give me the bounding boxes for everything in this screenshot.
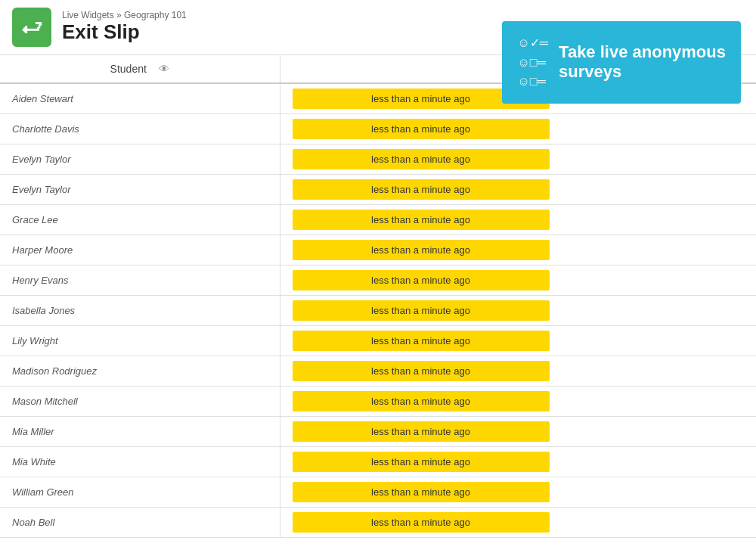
student-table-container: Student 👁 Las Aiden Stewartless than a m…	[0, 55, 756, 538]
logo-icon: ⮐	[21, 15, 42, 40]
student-status-cell: less than a minute ago	[280, 205, 756, 235]
status-badge: less than a minute ago	[293, 331, 550, 351]
status-badge: less than a minute ago	[293, 421, 550, 442]
student-status-cell: less than a minute ago	[280, 175, 756, 205]
table-row: Henry Evansless than a minute ago	[0, 266, 756, 296]
header-text: Live Widgets » Geography 101 Exit Slip	[62, 10, 187, 44]
student-status-cell: less than a minute ago	[280, 144, 756, 175]
student-status-cell: less than a minute ago	[280, 326, 756, 356]
tooltip-popup: ☺✓═ ☺□═ ☺□═ Take live anonymoussurveys	[502, 21, 741, 104]
table-row: Evelyn Taylorless than a minute ago	[0, 175, 756, 205]
student-name: Mia Miller	[0, 417, 280, 447]
status-badge: less than a minute ago	[293, 119, 550, 139]
student-status-cell: less than a minute ago	[280, 508, 756, 538]
table-row: Grace Leeless than a minute ago	[0, 205, 756, 235]
student-name: Evelyn Taylor	[0, 175, 280, 205]
table-row: Madison Rodriguezless than a minute ago	[0, 356, 756, 387]
student-table: Student 👁 Las Aiden Stewartless than a m…	[0, 55, 756, 538]
student-status-cell: less than a minute ago	[280, 387, 756, 417]
student-status-cell: less than a minute ago	[280, 417, 756, 447]
app-header: ⮐ Live Widgets » Geography 101 Exit Slip…	[0, 0, 756, 55]
breadcrumb: Live Widgets » Geography 101	[62, 10, 187, 20]
visibility-icon[interactable]: 👁	[159, 63, 169, 75]
tooltip-icon-1: ☺✓═	[517, 33, 548, 53]
student-name: Madison Rodriguez	[0, 356, 280, 387]
status-badge: less than a minute ago	[293, 149, 550, 169]
table-row: Lily Wrightless than a minute ago	[0, 326, 756, 356]
table-row: Mason Mitchellless than a minute ago	[0, 387, 756, 417]
student-name: Grace Lee	[0, 205, 280, 235]
app-logo: ⮐	[12, 8, 51, 47]
status-badge: less than a minute ago	[293, 391, 550, 412]
student-name: Lily Wright	[0, 326, 280, 356]
tooltip-icon-3: ☺□═	[517, 72, 548, 92]
table-row: Mia Whiteless than a minute ago	[0, 447, 756, 477]
page-title: Exit Slip	[62, 20, 187, 44]
status-badge: less than a minute ago	[293, 179, 550, 200]
table-row: Harper Mooreless than a minute ago	[0, 235, 756, 266]
status-badge: less than a minute ago	[293, 210, 550, 230]
student-name: Mason Mitchell	[0, 387, 280, 417]
status-badge: less than a minute ago	[293, 361, 550, 381]
tooltip-icon-2: ☺□═	[517, 53, 548, 73]
status-badge: less than a minute ago	[293, 300, 550, 321]
student-name: William Green	[0, 477, 280, 508]
student-name: Mia White	[0, 447, 280, 477]
student-name: Charlotte Davis	[0, 114, 280, 144]
student-status-cell: less than a minute ago	[280, 114, 756, 144]
table-row: Mia Millerless than a minute ago	[0, 417, 756, 447]
student-name: Harper Moore	[0, 235, 280, 266]
status-badge: less than a minute ago	[293, 270, 550, 290]
student-status-cell: less than a minute ago	[280, 356, 756, 387]
student-name: Isabella Jones	[0, 296, 280, 326]
tooltip-text: Take live anonymoussurveys	[559, 42, 726, 82]
status-badge: less than a minute ago	[293, 482, 550, 502]
student-status-cell: less than a minute ago	[280, 477, 756, 508]
col-header-student: Student 👁	[0, 55, 280, 83]
student-status-cell: less than a minute ago	[280, 447, 756, 477]
student-name: Aiden Stewart	[0, 83, 280, 114]
table-row: William Greenless than a minute ago	[0, 477, 756, 508]
status-badge: less than a minute ago	[293, 452, 550, 472]
status-badge: less than a minute ago	[293, 240, 550, 260]
student-status-cell: less than a minute ago	[280, 235, 756, 266]
student-status-cell: less than a minute ago	[280, 266, 756, 296]
student-status-cell: less than a minute ago	[280, 296, 756, 326]
table-row: Isabella Jonesless than a minute ago	[0, 296, 756, 326]
table-row: Noah Bellless than a minute ago	[0, 508, 756, 538]
status-badge: less than a minute ago	[293, 512, 550, 533]
table-row: Charlotte Davisless than a minute ago	[0, 114, 756, 144]
student-name: Henry Evans	[0, 266, 280, 296]
student-name: Evelyn Taylor	[0, 144, 280, 175]
table-row: Evelyn Taylorless than a minute ago	[0, 144, 756, 175]
tooltip-icons: ☺✓═ ☺□═ ☺□═	[517, 33, 548, 92]
student-name: Noah Bell	[0, 508, 280, 538]
